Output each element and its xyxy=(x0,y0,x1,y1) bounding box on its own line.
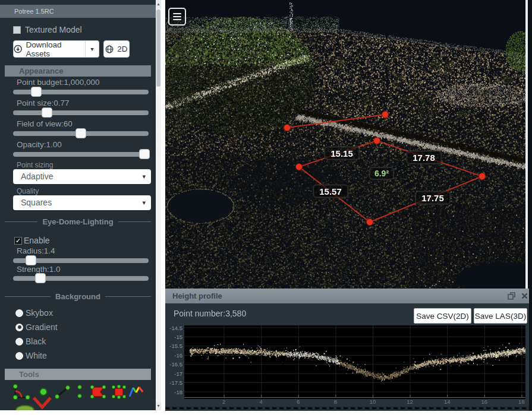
x-tick-label: 12 xyxy=(407,398,413,405)
quality-select[interactable]: Squares ▾ xyxy=(13,195,151,210)
height-profile-panel: Height profile Point number:3,580 Save C… xyxy=(165,289,532,411)
panel-resize-strip[interactable] xyxy=(165,406,532,411)
radio-label: White xyxy=(26,351,47,360)
x-tick-label: 6 xyxy=(297,398,300,405)
slider-handle[interactable] xyxy=(35,273,46,283)
scroll-down-icon[interactable]: ▼ xyxy=(156,402,161,410)
volume-measure-icon[interactable] xyxy=(109,383,128,401)
point-cloud-viewport[interactable]: 15.15 17.78 6.9² 15.57 17.75 xyxy=(165,0,532,289)
x-tick-label: 4 xyxy=(260,398,263,405)
tools-title: Tools xyxy=(19,370,39,379)
radio-icon[interactable] xyxy=(15,309,23,317)
distance-measure-icon[interactable] xyxy=(53,383,71,401)
page-background xyxy=(0,411,532,415)
height-profile-icon[interactable] xyxy=(127,383,145,401)
x-tick-label: 8 xyxy=(334,398,337,405)
edl-enable-label: Enable xyxy=(24,236,50,245)
potree-viewer-app: Potree 1.5RC Textured Model Download Ass… xyxy=(0,0,532,415)
edl-strength-label: Strength:1.0 xyxy=(17,265,61,274)
area-value-label: 6.9² xyxy=(369,167,394,180)
edl-strength-slider[interactable] xyxy=(13,276,149,281)
app-title: Potree 1.5RC xyxy=(14,8,54,15)
sidebar-scrollbar[interactable]: ▲ ▼ xyxy=(156,0,161,410)
edl-enable-row[interactable]: ✓ Enable xyxy=(14,236,50,245)
slider-handle[interactable] xyxy=(26,255,36,265)
background-section-legend: Background xyxy=(5,292,151,301)
opacity-label: Opacity:1.00 xyxy=(17,140,62,149)
sidebar-gap xyxy=(161,0,165,415)
close-icon[interactable] xyxy=(521,292,528,300)
textured-model-checkbox[interactable] xyxy=(13,26,21,34)
popout-window-icon[interactable] xyxy=(508,292,515,300)
field-of-view-label: Field of view:60 xyxy=(17,119,73,128)
scrollbar-thumb[interactable] xyxy=(156,9,160,87)
chevron-down-icon: ▾ xyxy=(142,195,146,210)
tools-section-header[interactable]: Tools xyxy=(5,369,151,380)
measurement-overlay xyxy=(165,0,532,289)
opacity-slider[interactable] xyxy=(13,152,149,157)
slider-handle[interactable] xyxy=(31,87,42,97)
slider-handle[interactable] xyxy=(42,107,52,118)
textured-model-label: Textured Model xyxy=(25,25,82,34)
sidebar: Potree 1.5RC Textured Model Download Ass… xyxy=(0,0,156,410)
edl-enable-checkbox[interactable]: ✓ xyxy=(14,237,22,245)
radio-label: Black xyxy=(26,337,46,346)
background-option-skybox[interactable]: Skybox xyxy=(15,308,53,318)
point-size-slider[interactable] xyxy=(13,110,149,115)
y-tick-label: -14.5 xyxy=(166,325,182,331)
slider-handle[interactable] xyxy=(139,149,150,159)
height-measure-icon[interactable] xyxy=(75,383,84,401)
background-option-white[interactable]: White xyxy=(15,351,47,360)
y-tick-label: -16.5 xyxy=(166,361,182,368)
textured-model-row[interactable]: Textured Model xyxy=(13,25,82,34)
appearance-section-header[interactable]: Appearance xyxy=(5,65,151,77)
download-assets-label: Download Assets xyxy=(26,40,85,58)
download-icon xyxy=(14,45,22,53)
background-title: Background xyxy=(55,292,100,301)
point-budget-slider[interactable] xyxy=(13,90,149,94)
quality-label: Quality xyxy=(17,187,39,195)
view-2d-label: 2D xyxy=(117,45,127,53)
profile-panel-titlebar[interactable]: Height profile xyxy=(165,289,532,303)
edge-length-label: 15.15 xyxy=(324,147,360,160)
point-sizing-label: Point sizing xyxy=(17,161,53,169)
x-tick-label: 14 xyxy=(444,398,451,405)
globe-icon xyxy=(105,45,114,53)
edl-radius-slider[interactable] xyxy=(13,258,149,263)
angle-measure-icon[interactable] xyxy=(11,383,31,401)
slider-handle[interactable] xyxy=(75,128,86,138)
radio-icon-selected[interactable] xyxy=(15,324,23,331)
x-tick-label: 2 xyxy=(222,398,225,405)
area-measure-icon[interactable] xyxy=(88,383,108,401)
edl-radius-label: Radius:1.4 xyxy=(17,246,55,255)
radio-label: Gradient xyxy=(26,322,58,332)
point-sizing-value: Adaptive xyxy=(21,172,53,181)
save-csv-button[interactable]: Save CSV(2D) xyxy=(414,308,471,324)
hamburger-icon xyxy=(173,13,181,14)
remove-measurement-icon[interactable] xyxy=(31,395,53,410)
radio-icon[interactable] xyxy=(15,352,23,360)
profile-plot-canvas[interactable] xyxy=(184,325,525,399)
edge-length-label: 17.75 xyxy=(415,191,451,205)
point-size-label: Point size:0.77 xyxy=(17,99,70,107)
download-assets-dropdown-button[interactable]: ▾ xyxy=(85,40,99,58)
chevron-down-icon: ▾ xyxy=(90,46,93,52)
edge-length-label: 17.78 xyxy=(406,151,442,164)
point-sizing-select[interactable]: Adaptive ▾ xyxy=(13,169,151,184)
save-las-button[interactable]: Save LAS(3D) xyxy=(474,308,527,324)
background-option-gradient[interactable]: Gradient xyxy=(15,322,58,332)
edl-title: Eye-Dome-Lighting xyxy=(42,217,113,226)
y-tick-label: -16 xyxy=(166,352,182,359)
field-of-view-slider[interactable] xyxy=(13,131,149,136)
radio-icon[interactable] xyxy=(15,338,23,346)
y-tick-label: -18 xyxy=(166,389,182,395)
x-tick-label: 18 xyxy=(518,398,525,405)
background-option-black[interactable]: Black xyxy=(15,337,46,346)
profile-section-line[interactable] xyxy=(287,115,385,128)
view-2d-button[interactable]: 2D xyxy=(103,40,130,58)
scroll-up-icon[interactable]: ▲ xyxy=(156,0,161,8)
app-title-bar: Potree 1.5RC xyxy=(0,5,156,18)
x-tick-label: 10 xyxy=(370,398,376,405)
download-assets-button[interactable]: Download Assets xyxy=(13,40,86,58)
hamburger-menu-button[interactable] xyxy=(168,8,186,26)
